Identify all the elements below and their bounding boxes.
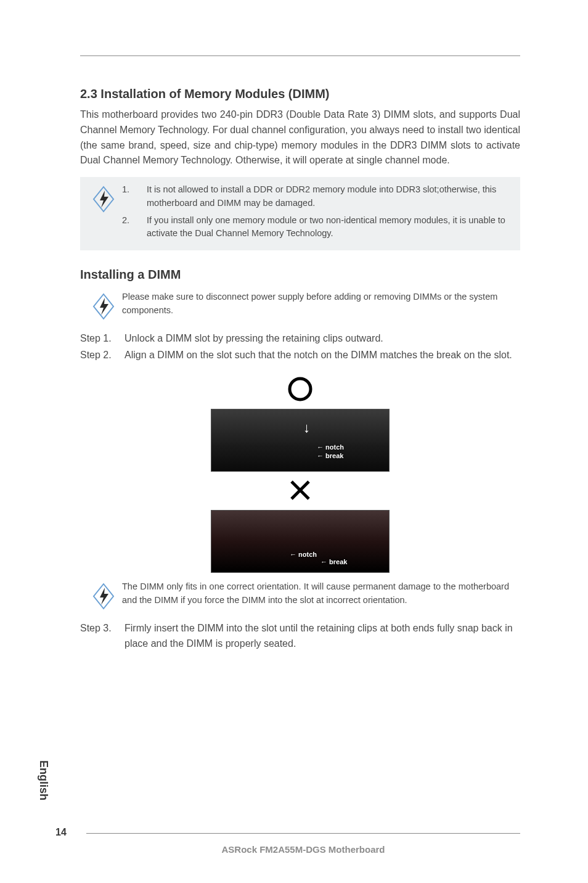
correct-mark-icon <box>287 376 314 403</box>
arrow-down-icon: ↓ <box>303 420 310 436</box>
label-break-1: break <box>325 452 343 459</box>
step1-text: Unlock a DIMM slot by pressing the retai… <box>125 331 520 347</box>
dimm-incorrect-image: ← notch ← break <box>211 510 390 573</box>
step3-label: Step 3. <box>80 621 125 652</box>
label-break-2: break <box>329 558 347 565</box>
step1-label: Step 1. <box>80 331 125 347</box>
footer-rule <box>86 833 520 834</box>
lightning-icon <box>85 290 122 320</box>
language-tab: English <box>37 760 50 800</box>
label-notch-2: notch <box>298 551 317 558</box>
incorrect-mark-icon <box>287 477 314 504</box>
step2-text: Align a DIMM on the slot such that the n… <box>125 348 520 363</box>
top-rule <box>80 55 520 56</box>
dimm-images: ↓ ← notch ← break ← notch ← break <box>80 376 520 573</box>
note-box-2: Please make sure to disconnect power sup… <box>80 288 520 322</box>
note-box-3: The DIMM only fits in one correct orient… <box>80 578 520 612</box>
svg-point-0 <box>290 379 311 400</box>
lightning-icon <box>85 580 122 610</box>
note1-num-1: 1. <box>122 183 147 210</box>
install-warn: Please make sure to disconnect power sup… <box>122 290 509 320</box>
install-heading: Installing a DIMM <box>80 268 520 282</box>
section-title: 2.3 Installation of Memory Modules (DIMM… <box>80 87 520 101</box>
label-notch-1: notch <box>325 443 344 451</box>
note1-num-2: 2. <box>122 214 147 241</box>
note-box-1: 1. It is not allowed to install a DDR or… <box>80 177 520 250</box>
note1-text-1: It is not allowed to install a DDR or DD… <box>147 183 509 210</box>
step2-label: Step 2. <box>80 348 125 363</box>
page-number: 14 <box>55 827 86 838</box>
footer-product: ASRock FM2A55M-DGS Motherboard <box>86 844 520 855</box>
step3-text: Firmly insert the DIMM into the slot unt… <box>125 621 520 652</box>
note1-text-2: If you install only one memory module or… <box>147 214 509 241</box>
lightning-icon <box>85 183 122 244</box>
dimm-correct-image: ↓ ← notch ← break <box>211 409 390 472</box>
section-intro: This motherboard provides two 240-pin DD… <box>80 107 520 168</box>
orientation-warning: The DIMM only fits in one correct orient… <box>122 580 509 610</box>
